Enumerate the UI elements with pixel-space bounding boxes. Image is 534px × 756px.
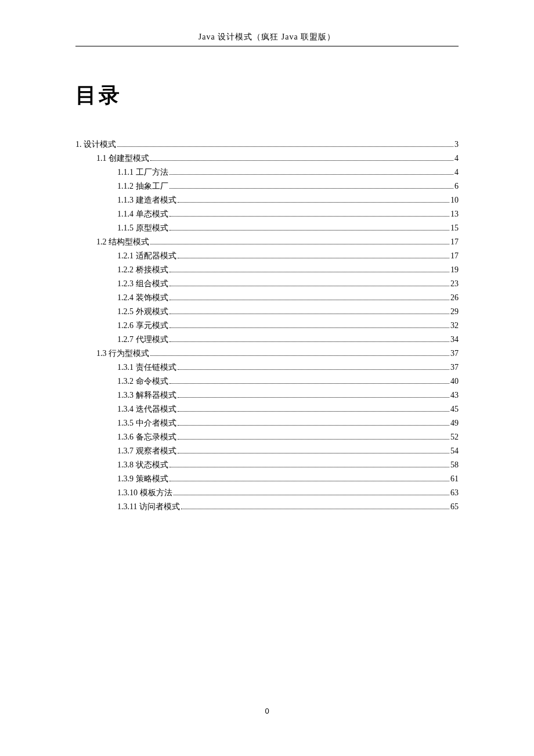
toc-entry[interactable]: 1.3.9 策略模式61 [75,472,459,486]
toc-entry[interactable]: 1.2 结构型模式17 [75,235,459,249]
toc-entry-label: 1.1.1 工厂方法 [117,165,168,179]
toc-entry[interactable]: 1.3 行为型模式37 [75,347,459,361]
toc-leader-dots [169,341,450,342]
toc-entry[interactable]: 1.3.10 模板方法63 [75,486,459,500]
toc-entry-label: 1.2.2 桥接模式 [117,263,168,277]
toc-entry-page: 37 [450,347,459,361]
toc-leader-dots [178,258,450,258]
toc-entry-page: 63 [450,486,459,500]
toc-entry-label: 1.3.9 策略模式 [117,472,168,486]
toc-entry[interactable]: 1.2.7 代理模式34 [75,333,459,347]
toc-entry-label: 1.1.2 抽象工厂 [117,179,168,193]
toc-entry-label: 1.1 创建型模式 [96,152,149,165]
toc-leader-dots [178,369,450,370]
toc-entry-page: 15 [450,221,459,235]
toc-entry-label: 1.2.6 享元模式 [117,319,168,333]
toc-entry[interactable]: 1.3.6 备忘录模式52 [75,430,459,444]
toc-entry[interactable]: 1.3.2 命令模式40 [75,375,459,388]
toc-leader-dots [169,286,450,286]
toc-entry-page: 4 [454,165,459,179]
toc-entry-label: 1.3.5 中介者模式 [117,416,176,430]
toc-entry[interactable]: 1.2.6 享元模式32 [75,319,459,333]
toc-entry-label: 1.2.5 外观模式 [117,305,168,319]
toc-entry-page: 3 [454,138,459,152]
toc-list: 1. 设计模式31.1 创建型模式41.1.1 工厂方法41.1.2 抽象工厂6… [75,138,459,514]
toc-entry-label: 1.3.7 观察者模式 [117,444,176,458]
running-header: Java 设计模式（疯狂 Java 联盟版） [75,32,459,46]
toc-leader-dots [150,244,449,244]
toc-entry-label: 1.3 行为型模式 [96,347,149,361]
toc-leader-dots [150,160,453,161]
toc-entry[interactable]: 1.1.1 工厂方法4 [75,165,459,179]
toc-entry[interactable]: 1.3.11 访问者模式65 [75,500,459,514]
toc-entry-label: 1.2.7 代理模式 [117,333,168,347]
toc-entry-label: 1.3.1 责任链模式 [117,361,176,375]
header-rule [75,46,459,46]
toc-leader-dots [169,300,450,300]
toc-entry[interactable]: 1.1.4 单态模式13 [75,207,459,221]
toc-entry[interactable]: 1.1.5 原型模式15 [75,221,459,235]
toc-entry[interactable]: 1.3.5 中介者模式49 [75,416,459,430]
toc-leader-dots [169,327,450,328]
toc-leader-dots [169,481,450,481]
toc-entry-label: 1.2.1 适配器模式 [117,249,176,263]
toc-entry-label: 1.3.2 命令模式 [117,375,168,388]
toc-leader-dots [169,230,450,231]
toc-entry[interactable]: 1.3.4 迭代器模式45 [75,402,459,416]
toc-entry-label: 1. 设计模式 [75,138,116,152]
toc-entry-label: 1.3.10 模板方法 [117,486,172,500]
toc-entry-label: 1.3.4 迭代器模式 [117,402,176,416]
toc-entry[interactable]: 1.3.7 观察者模式54 [75,444,459,458]
toc-entry-label: 1.3.3 解释器模式 [117,388,176,402]
toc-entry-page: 4 [454,152,459,165]
document-page: Java 设计模式（疯狂 Java 联盟版） 目录 1. 设计模式31.1 创建… [0,0,534,514]
toc-entry-label: 1.1.5 原型模式 [117,221,168,235]
toc-entry[interactable]: 1.1 创建型模式4 [75,152,459,165]
toc-entry[interactable]: 1.3.8 状态模式58 [75,458,459,472]
toc-entry[interactable]: 1.3.3 解释器模式43 [75,388,459,402]
toc-leader-dots [181,509,449,509]
toc-entry[interactable]: 1.2.5 外观模式29 [75,305,459,319]
toc-entry-label: 1.3.6 备忘录模式 [117,430,176,444]
toc-entry-page: 61 [450,472,459,486]
toc-entry[interactable]: 1. 设计模式3 [75,138,459,152]
toc-entry[interactable]: 1.2.4 装饰模式26 [75,291,459,305]
toc-entry-label: 1.1.4 单态模式 [117,207,168,221]
toc-entry-page: 52 [450,430,459,444]
toc-entry-label: 1.2.3 组合模式 [117,277,168,291]
toc-entry-page: 34 [450,333,459,347]
toc-entry-page: 10 [450,193,459,207]
toc-entry[interactable]: 1.2.2 桥接模式19 [75,263,459,277]
toc-entry[interactable]: 1.3.1 责任链模式37 [75,361,459,375]
toc-leader-dots [169,467,450,467]
toc-entry[interactable]: 1.2.1 适配器模式17 [75,249,459,263]
toc-entry-page: 6 [454,179,459,193]
toc-leader-dots [178,425,450,426]
toc-entry-page: 49 [450,416,459,430]
toc-entry-label: 1.3.11 访问者模式 [117,500,180,514]
toc-entry-label: 1.3.8 状态模式 [117,458,168,472]
toc-heading: 目录 [75,81,459,110]
toc-leader-dots [150,355,449,356]
toc-entry-page: 29 [450,305,459,319]
toc-entry-page: 37 [450,361,459,375]
toc-entry-page: 13 [450,207,459,221]
toc-leader-dots [178,397,450,398]
toc-entry-page: 23 [450,277,459,291]
toc-leader-dots [169,314,450,314]
toc-leader-dots [169,216,450,217]
toc-leader-dots [178,411,450,412]
toc-entry-page: 40 [450,375,459,388]
toc-entry-page: 17 [450,249,459,263]
page-number: 0 [0,707,534,715]
toc-entry[interactable]: 1.2.3 组合模式23 [75,277,459,291]
toc-entry-page: 58 [450,458,459,472]
toc-entry[interactable]: 1.1.3 建造者模式10 [75,193,459,207]
toc-entry-page: 54 [450,444,459,458]
toc-entry-page: 17 [450,235,459,249]
toc-entry-page: 32 [450,319,459,333]
toc-entry-page: 45 [450,402,459,416]
toc-leader-dots [117,146,453,147]
toc-leader-dots [174,495,450,495]
toc-entry[interactable]: 1.1.2 抽象工厂6 [75,179,459,193]
